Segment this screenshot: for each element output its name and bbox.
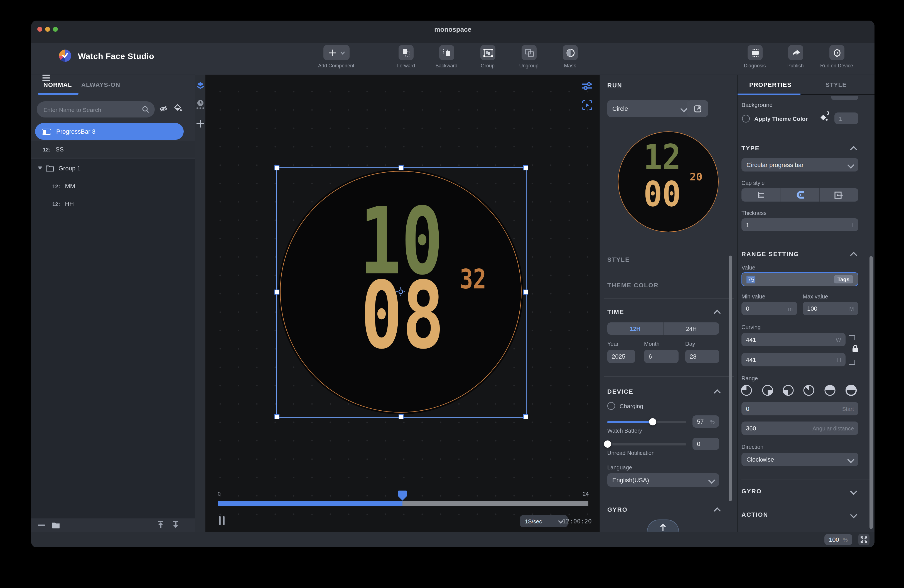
diagnosis-button[interactable] <box>748 45 763 60</box>
theme-palette-bucket-icon[interactable] <box>174 104 182 114</box>
chevron-up-icon[interactable] <box>714 310 721 316</box>
layer-row-mm[interactable]: 12: MM <box>31 178 195 194</box>
cap-butt-option[interactable] <box>741 188 780 202</box>
layer-row-hh[interactable]: 12: HH <box>31 196 195 212</box>
charging-radio[interactable] <box>607 402 615 410</box>
ungroup-button[interactable] <box>522 45 537 60</box>
layer-row-ss[interactable]: 12: SS <box>31 141 195 158</box>
forward-button[interactable] <box>398 45 414 60</box>
configure-sliders-icon[interactable] <box>582 82 592 91</box>
cap-style-toggle[interactable] <box>741 188 858 202</box>
selection-handle-sw[interactable] <box>274 414 280 419</box>
time-section-header[interactable]: TIME <box>607 308 624 315</box>
selection-handle-se[interactable] <box>523 414 528 419</box>
properties-panel-scrollbar[interactable] <box>869 256 873 529</box>
gyro-section-header[interactable]: GYRO <box>607 506 627 513</box>
chevron-up-icon[interactable] <box>714 507 721 514</box>
language-select[interactable]: English(USA) <box>607 473 719 487</box>
chevron-up-icon[interactable] <box>714 389 721 396</box>
battery-input[interactable]: 57% <box>692 416 719 428</box>
hide-all-eye-off-icon[interactable] <box>159 105 168 115</box>
range-preset-quarter-tl[interactable] <box>741 385 752 396</box>
theme-color-section-header[interactable]: THEME COLOR <box>607 282 659 288</box>
tab-always-on[interactable]: ALWAYS-ON <box>81 81 120 88</box>
start-angle-input[interactable]: 0Start <box>741 402 858 416</box>
caret-down-icon[interactable] <box>38 166 42 170</box>
toggle-24h[interactable]: 24H <box>664 322 719 335</box>
year-input[interactable]: 2025 <box>607 350 635 363</box>
tags-button[interactable]: Tags <box>834 275 853 283</box>
range-preset-eighth[interactable] <box>803 385 814 396</box>
chevron-up-icon[interactable] <box>850 252 857 259</box>
chevron-up-icon[interactable] <box>850 146 857 153</box>
layer-row-progressbar[interactable]: ProgressBar 3 <box>35 123 184 140</box>
cap-square-option[interactable] <box>820 188 858 202</box>
cap-round-option-selected[interactable] <box>781 188 819 202</box>
range-setting-header[interactable]: RANGE SETTING <box>741 251 799 257</box>
tab-style[interactable]: STYLE <box>825 81 847 88</box>
device-section-header[interactable]: DEVICE <box>607 388 634 395</box>
type-section-header[interactable]: TYPE <box>741 145 760 152</box>
chevron-down-icon[interactable] <box>850 488 857 495</box>
tab-properties[interactable]: PROPERTIES <box>749 81 792 88</box>
new-folder-icon[interactable] <box>52 522 60 528</box>
curving-height-input[interactable]: 441H <box>741 353 846 367</box>
search-input[interactable] <box>42 106 128 113</box>
range-preset-half-bold[interactable] <box>846 385 857 396</box>
type-select[interactable]: Circular progress bar <box>741 158 858 172</box>
toggle-12h[interactable]: 12H <box>607 322 663 335</box>
selection-handle-ne[interactable] <box>523 165 528 171</box>
selection-handle-nw[interactable] <box>274 165 280 171</box>
selection-handle-s[interactable] <box>398 414 403 419</box>
selection-handle-n[interactable] <box>398 165 403 171</box>
max-value-input[interactable]: 100M <box>803 302 858 315</box>
run-on-device-button[interactable] <box>830 45 844 60</box>
chevron-down-icon[interactable] <box>850 511 857 518</box>
apply-theme-color-radio[interactable] <box>742 115 750 122</box>
scroll-to-top-button[interactable] <box>647 520 679 532</box>
group-button[interactable] <box>480 45 495 60</box>
preview-device-select[interactable]: Circle <box>607 100 691 117</box>
open-preview-button[interactable] <box>687 100 708 117</box>
selection-center-anchor[interactable] <box>396 287 405 296</box>
move-up-icon[interactable] <box>157 521 164 529</box>
curving-width-input[interactable]: 441W <box>741 333 846 346</box>
range-preset-half[interactable] <box>824 385 836 396</box>
time-dash-icon[interactable] <box>196 100 204 109</box>
notification-slider-knob[interactable] <box>604 441 611 448</box>
theme-index-input[interactable]: 1 <box>834 112 858 124</box>
playback-speed-select[interactable]: 1S/sec <box>520 515 568 527</box>
notification-input[interactable]: 0 <box>692 438 719 450</box>
layer-row-group1[interactable]: Group 1 <box>31 160 195 177</box>
gyro-section-header[interactable]: GYRO <box>741 488 762 495</box>
selection-handle-e[interactable] <box>523 289 528 294</box>
pause-button[interactable] <box>219 516 225 527</box>
action-section-header[interactable]: ACTION <box>741 511 768 518</box>
remove-layer-minus-icon[interactable] <box>38 525 45 526</box>
canvas-zoom-input[interactable]: 100% <box>824 534 852 545</box>
style-section-header[interactable]: STYLE <box>607 256 630 263</box>
timeline-playhead[interactable] <box>398 490 407 501</box>
search-field[interactable] <box>37 101 155 117</box>
design-canvas[interactable]: 10 08 32 0 24 1S/sec 12:00:20 <box>205 74 599 532</box>
month-input[interactable]: 6 <box>644 350 678 363</box>
range-preset-quarter-br[interactable] <box>762 385 773 396</box>
selection-handle-w[interactable] <box>274 289 280 294</box>
capture-play-frame-icon[interactable] <box>582 100 592 110</box>
mask-button[interactable] <box>563 45 578 60</box>
thickness-input[interactable]: 1T <box>741 218 858 231</box>
lock-aspect-icon[interactable] <box>852 345 859 352</box>
layers-icon[interactable] <box>196 82 204 90</box>
charging-toggle[interactable]: Charging <box>607 402 643 410</box>
day-input[interactable]: 28 <box>685 350 719 363</box>
tab-normal[interactable]: NORMAL <box>43 81 72 88</box>
backward-button[interactable] <box>439 45 454 60</box>
move-down-icon[interactable] <box>172 521 179 529</box>
range-preset-quarter-bl[interactable] <box>783 385 794 396</box>
fit-to-screen-button[interactable] <box>858 534 869 545</box>
add-layer-plus-icon[interactable] <box>196 120 204 128</box>
apply-theme-color-row[interactable]: Apply Theme Color <box>742 115 808 122</box>
angular-distance-input[interactable]: 360Angular distance <box>741 422 858 435</box>
battery-slider-knob[interactable] <box>649 418 656 425</box>
value-input[interactable]: 75 Tags <box>741 272 858 286</box>
